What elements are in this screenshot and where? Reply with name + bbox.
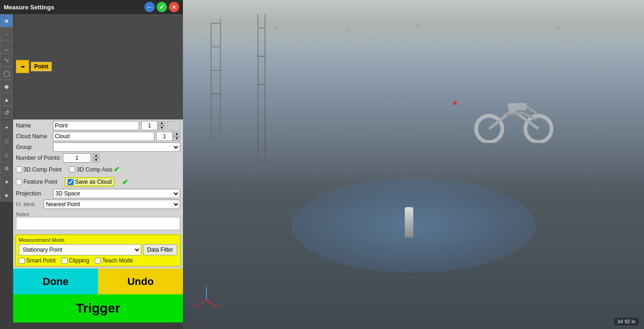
trigger-button[interactable]: Trigger xyxy=(13,294,183,322)
tool-tooltip: Point xyxy=(31,62,52,71)
name-input[interactable] xyxy=(53,121,139,130)
3d-comp-point-item: 3D Comp Point xyxy=(16,166,61,173)
teach-mode-checkbox[interactable] xyxy=(95,258,101,264)
teach-mode-item: Teach Mode xyxy=(95,257,133,264)
svg-rect-2 xyxy=(508,103,527,110)
3d-comp-axis-label: 3D Comp Axis xyxy=(76,166,112,173)
mode-checkboxes: Smart Point Clipping Teach Mode xyxy=(19,257,177,264)
projection-row: Projection 3D Space xyxy=(16,189,180,198)
strip-icon-6[interactable]: ◆ xyxy=(0,188,13,202)
measurement-mode-box: Measurement Mode Stationary Point Data F… xyxy=(15,234,181,267)
mode-select[interactable]: Stationary Point xyxy=(19,244,141,255)
strip-icon-5[interactable]: ■ xyxy=(0,175,13,188)
name-spin-down[interactable]: ▼ xyxy=(159,126,165,130)
name-num-input[interactable] xyxy=(141,121,158,130)
cursor-illustration: ➡ xyxy=(13,322,183,329)
tool-shape-icon[interactable]: ◯ xyxy=(0,67,13,80)
num-points-label: Number of Points: xyxy=(16,155,61,161)
tool-line-icon[interactable]: ⎯ xyxy=(0,40,13,53)
motorcycle-area xyxy=(466,87,560,143)
axis-indicator: X Y Z xyxy=(192,285,220,313)
tool-point-icon[interactable]: ⋅ xyxy=(0,27,13,40)
side-toolbar: ■ ⋅ ⎯ ∿ ◯ ◆ ▲ ↺ xyxy=(0,14,14,119)
save-as-cloud-checkbox[interactable] xyxy=(68,179,74,185)
strip-icon-3[interactable]: △ xyxy=(0,148,13,161)
3d-comp-point-label: 3D Comp Point xyxy=(23,166,61,173)
scene-background: X Y Z 34 92 in xyxy=(183,0,644,329)
floor-ellipse xyxy=(292,179,536,273)
cloud-spinner: ▲ ▼ xyxy=(174,132,180,141)
done-button[interactable]: Done xyxy=(13,269,98,294)
cloud-name-label: Cloud Name xyxy=(16,133,51,140)
ceiling-area xyxy=(183,0,644,56)
num-points-spin-down[interactable]: ▼ xyxy=(93,158,99,163)
name-extra-btn[interactable] xyxy=(167,121,180,130)
save-as-cloud-box: Save as Cloud xyxy=(65,177,114,187)
notes-area: Notes xyxy=(13,210,183,232)
svg-text:X: X xyxy=(217,304,220,309)
close-button[interactable]: × xyxy=(169,2,179,12)
notes-label: Notes xyxy=(16,211,180,217)
num-points-row: Number of Points: ▲ ▼ xyxy=(16,153,180,163)
3d-comp-axis-item: 3D Comp Axis ✔ xyxy=(69,165,120,174)
name-spinner: ▲ ▼ xyxy=(159,121,165,130)
undo-button[interactable]: Undo xyxy=(98,269,183,294)
title-buttons: ← ✓ × xyxy=(144,2,179,12)
cursor-arrow-icon: ➡ xyxy=(78,325,90,329)
clipping-label: Clipping xyxy=(69,257,89,264)
num-points-input[interactable] xyxy=(63,153,91,163)
feature-point-checkbox[interactable] xyxy=(16,179,22,185)
3d-viewport[interactable]: X Y Z 34 92 in xyxy=(183,0,644,329)
save-as-cloud-label: Save as Cloud xyxy=(75,179,112,185)
cloud-spin-up[interactable]: ▲ xyxy=(174,132,180,136)
clipping-item: Clipping xyxy=(61,257,89,264)
smart-point-item: Smart Point xyxy=(19,257,56,264)
comp-checkboxes-row: 3D Comp Point 3D Comp Axis ✔ xyxy=(16,164,180,175)
tool-curve-icon[interactable]: ∿ xyxy=(0,53,13,67)
save-cloud-checkmark: ✔ xyxy=(122,178,128,187)
strip-icon-2[interactable]: ◻ xyxy=(0,134,13,147)
ok-button[interactable]: ✓ xyxy=(157,2,167,12)
num-points-spin-up[interactable]: ▲ xyxy=(93,153,99,158)
title-bar: Measure Settings ← ✓ × xyxy=(0,0,183,14)
projection-label: Projection xyxy=(16,190,51,197)
data-filter-button[interactable]: Data Filter xyxy=(143,244,177,255)
name-row: Name ▲ ▼ xyxy=(16,121,180,130)
group-label: Group xyxy=(16,144,51,150)
tool-arrow-icon[interactable]: ▲ xyxy=(0,93,13,106)
cloud-spin-down[interactable]: ▼ xyxy=(174,136,180,141)
strip-icon-1[interactable]: ● xyxy=(0,120,13,134)
name-spin-up[interactable]: ▲ xyxy=(159,121,165,126)
group-row: Group xyxy=(16,142,180,152)
svg-point-28 xyxy=(453,101,457,105)
3d-comp-point-checkbox[interactable] xyxy=(16,166,22,172)
strip-icon-4[interactable]: ◍ xyxy=(0,161,13,174)
back-button[interactable]: ← xyxy=(144,2,155,12)
cloud-name-row: Cloud Name ▲ ▼ xyxy=(16,132,180,141)
scanner-object xyxy=(405,207,413,238)
tool-measure-icon[interactable]: ■ xyxy=(0,14,13,27)
tool-plane-icon[interactable]: ◆ xyxy=(0,80,13,93)
svg-text:Y: Y xyxy=(193,304,197,309)
fp-mode-select[interactable]: Nearest Point xyxy=(44,200,180,209)
tool-rotate-icon[interactable]: ↺ xyxy=(0,106,13,119)
window-title: Measure Settings xyxy=(4,4,144,11)
projection-select[interactable]: 3D Space xyxy=(53,189,180,198)
fp-mode-label: Ft. Meth. xyxy=(16,202,42,207)
notes-input[interactable] xyxy=(16,217,180,230)
cloud-num-input[interactable] xyxy=(156,132,173,141)
svg-line-31 xyxy=(197,299,206,307)
done-undo-row: Done Undo xyxy=(13,269,183,294)
num-points-spinner: ▲ ▼ xyxy=(93,153,99,163)
feature-point-item: Feature Point xyxy=(16,179,57,185)
group-select[interactable] xyxy=(53,142,180,152)
smart-point-checkbox[interactable] xyxy=(19,258,25,264)
name-label: Name xyxy=(16,122,51,129)
3d-comp-axis-checkbox[interactable] xyxy=(69,166,75,172)
active-tool-button[interactable]: ⬌ xyxy=(16,60,29,73)
measurement-mode-title: Measurement Mode xyxy=(19,237,177,243)
svg-text:Z: Z xyxy=(205,285,207,288)
clipping-checkbox[interactable] xyxy=(61,258,68,264)
cloud-name-input[interactable] xyxy=(53,132,154,141)
bottom-buttons: Done Undo Trigger xyxy=(13,269,183,322)
